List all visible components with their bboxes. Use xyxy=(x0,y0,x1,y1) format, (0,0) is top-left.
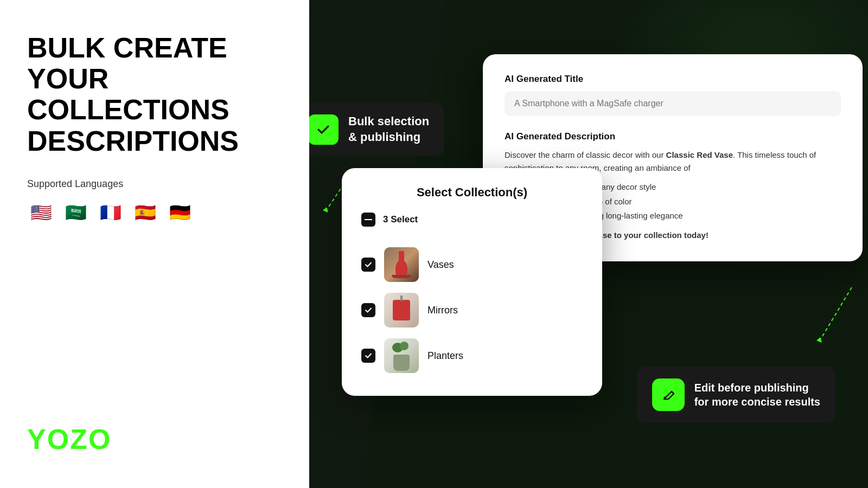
mirrors-thumbnail xyxy=(384,293,419,328)
flag-sa: 🇸🇦 xyxy=(62,198,90,227)
pencil-icon xyxy=(660,386,677,403)
brand-logo: YOZO xyxy=(27,423,282,455)
flag-es: 🇪🇸 xyxy=(131,198,159,227)
bulk-selection-feature: Bulk selection & publishing xyxy=(309,103,444,156)
vases-label: Vases xyxy=(427,259,454,271)
ai-title-input[interactable] xyxy=(505,91,841,116)
bulk-checkbox-icon xyxy=(309,114,339,145)
mirrors-label: Mirrors xyxy=(427,305,458,316)
ai-title-section-label: AI Generated Title xyxy=(505,74,841,85)
main-title: BULK CREATE YOUR COLLECTIONS DESCRIPTION… xyxy=(27,33,282,157)
planters-checkbox[interactable] xyxy=(361,349,375,363)
edit-publishing-feature: Edit before publishing for more concise … xyxy=(637,367,835,423)
flag-fr: 🇫🇷 xyxy=(97,198,125,227)
planters-label: Planters xyxy=(427,350,463,362)
languages-label: Supported Languages xyxy=(27,178,282,190)
minus-checkbox[interactable] xyxy=(361,213,375,227)
collection-item-mirrors[interactable]: Mirrors xyxy=(361,287,583,333)
right-panel: Bulk selection & publishing Select Colle… xyxy=(309,0,868,488)
select-all-row[interactable]: 3 Select xyxy=(361,213,583,231)
mirrors-checkbox[interactable] xyxy=(361,303,375,317)
edit-icon-button xyxy=(652,378,685,411)
edit-feature-label: Edit before publishing for more concise … xyxy=(694,381,820,409)
collection-selector-card: Select Collection(s) 3 Select xyxy=(342,168,602,396)
collection-item-planters[interactable]: Planters xyxy=(361,333,583,378)
minus-icon xyxy=(365,219,372,220)
planters-thumbnail xyxy=(384,338,419,373)
vases-checkbox[interactable] xyxy=(361,258,375,272)
languages-section: Supported Languages 🇺🇸 🇸🇦 🇫🇷 🇪🇸 🇩🇪 xyxy=(27,178,282,227)
collection-card-title: Select Collection(s) xyxy=(361,185,583,200)
ai-description-section-label: AI Generated Description xyxy=(505,131,841,142)
left-panel: BULK CREATE YOUR COLLECTIONS DESCRIPTION… xyxy=(0,0,309,488)
flags-row: 🇺🇸 🇸🇦 🇫🇷 🇪🇸 🇩🇪 xyxy=(27,198,282,227)
svg-marker-2 xyxy=(816,337,822,343)
vases-thumbnail xyxy=(384,247,419,282)
flag-de: 🇩🇪 xyxy=(166,198,194,227)
collection-item-vases[interactable]: Vases xyxy=(361,242,583,287)
select-all-label: 3 Select xyxy=(383,214,418,225)
arrow-decoration-3 xyxy=(808,282,868,347)
bulk-selection-label: Bulk selection & publishing xyxy=(348,114,429,145)
flag-us: 🇺🇸 xyxy=(27,198,55,227)
